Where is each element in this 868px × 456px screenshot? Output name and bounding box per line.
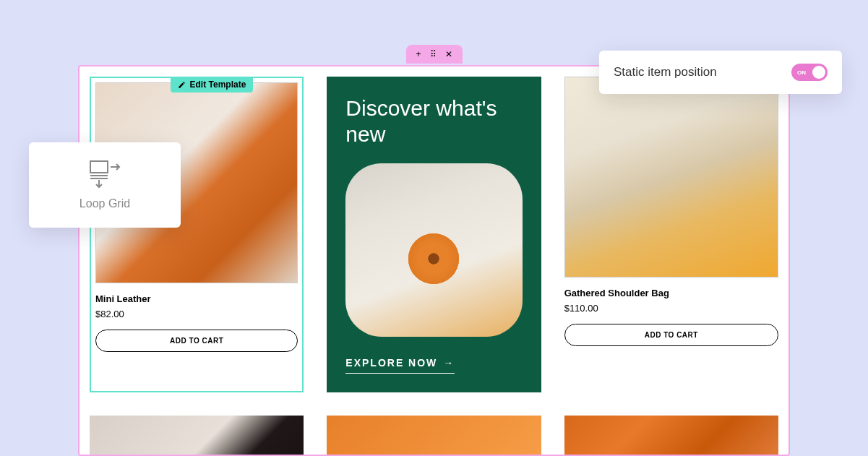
drag-handle-icon[interactable]: ⠿ [430, 49, 437, 59]
static-item-toggle-panel: Static item position ON [599, 51, 842, 94]
product-image [564, 416, 778, 456]
pencil-icon [178, 81, 186, 89]
toggle-state-label: ON [797, 69, 806, 76]
loop-grid-popover[interactable]: Loop Grid [29, 142, 181, 228]
product-image [564, 77, 778, 278]
product-title: Gathered Shoulder Bag [564, 288, 778, 298]
product-image [90, 416, 304, 456]
add-to-cart-button[interactable]: ADD TO CART [564, 324, 778, 346]
explore-now-link[interactable]: EXPLORE NOW → [345, 357, 455, 374]
popover-label: Loop Grid [80, 197, 130, 210]
arrow-right-icon: → [443, 357, 455, 369]
flower-graphic [408, 233, 459, 284]
plus-icon[interactable]: + [416, 49, 421, 59]
close-icon[interactable]: ✕ [445, 49, 452, 59]
toggle-label: Static item position [614, 65, 717, 79]
loop-grid-icon [87, 160, 122, 189]
edit-template-button[interactable]: Edit Template [171, 77, 254, 93]
loop-grid-canvas: Edit Template Mini Leather $82.00 ADD TO… [78, 65, 790, 456]
product-card[interactable]: Gathered Shoulder Bag $110.00 ADD TO CAR… [564, 77, 778, 392]
product-price: $110.00 [564, 303, 778, 314]
svg-rect-0 [90, 161, 108, 173]
promo-card: Discover what's new EXPLORE NOW → [327, 77, 541, 392]
static-item-toggle[interactable]: ON [791, 64, 828, 81]
product-image [327, 416, 541, 456]
section-toolbar[interactable]: + ⠿ ✕ [405, 45, 462, 64]
toggle-knob [812, 66, 825, 79]
edit-template-label: Edit Template [190, 79, 246, 90]
explore-label: EXPLORE NOW [345, 357, 437, 369]
add-to-cart-button[interactable]: ADD TO CART [95, 330, 298, 352]
product-price: $82.00 [95, 309, 298, 319]
promo-image [345, 163, 522, 337]
product-title: Mini Leather [95, 293, 298, 304]
promo-title: Discover what's new [345, 95, 522, 147]
product-card[interactable]: Edit Template Mini Leather $82.00 ADD TO… [90, 77, 304, 392]
